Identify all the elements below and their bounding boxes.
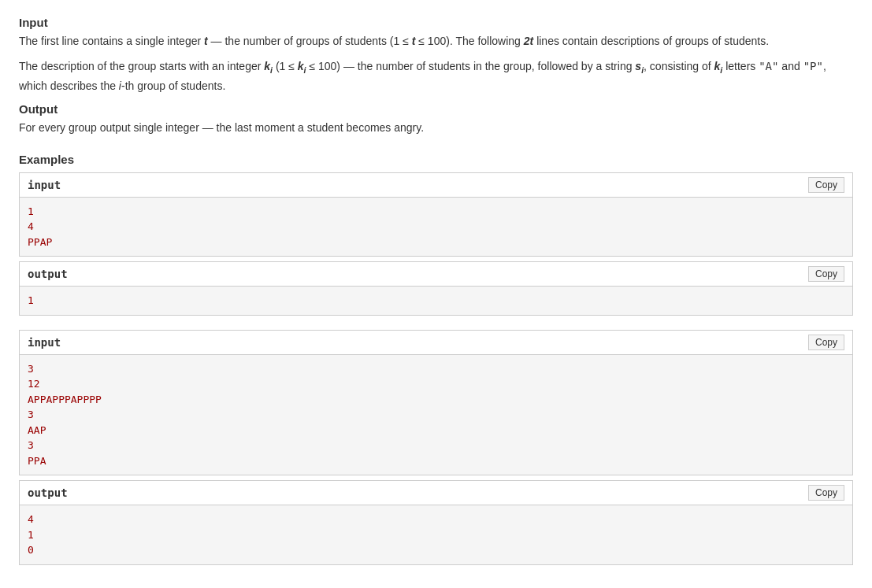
example2-output-header: output Copy [20, 481, 852, 505]
example1-input-label: input [28, 179, 61, 191]
example2-input-block: input Copy 3 12 APPAPPPAPPPP 3 AAP 3 PPA [19, 330, 853, 476]
example2-output-copy-button[interactable]: Copy [808, 485, 844, 501]
example1-input-copy-button[interactable]: Copy [808, 177, 844, 193]
output-section: Output For every group output single int… [19, 102, 853, 136]
example1-input-header: input Copy [20, 173, 852, 198]
t-var: t [204, 35, 208, 47]
list-item: AAP [28, 423, 844, 438]
example1-input-body: 1 4 PPAP [20, 198, 852, 257]
example2-output-block: output Copy 4 1 0 [19, 480, 853, 565]
list-item: 3 [28, 407, 844, 423]
examples-title: Examples [19, 153, 853, 166]
example1-output-body: 1 [20, 287, 852, 315]
input-para2: The description of the group starts with… [19, 57, 853, 94]
list-item: 4 [28, 512, 844, 527]
example2-input-body: 3 12 APPAPPPAPPPP 3 AAP 3 PPA [20, 355, 852, 475]
example1-output-header: output Copy [20, 262, 852, 287]
example1-output-label: output [28, 268, 68, 280]
examples-section: Examples input Copy 1 4 PPAP output Copy… [19, 153, 853, 565]
list-item: 1 [28, 293, 844, 309]
example2-input-header: input Copy [20, 331, 852, 355]
example2-input-label: input [28, 336, 61, 349]
list-item: 3 [28, 438, 844, 453]
example2-output-body: 4 1 0 [20, 505, 852, 564]
output-para: For every group output single integer — … [19, 119, 853, 136]
list-item: APPAPPPAPPPP [28, 392, 844, 408]
list-item: 1 [28, 527, 844, 543]
example1-output-copy-button[interactable]: Copy [808, 266, 844, 282]
output-title: Output [19, 102, 853, 116]
list-item: 3 [28, 361, 844, 377]
example2-output-label: output [28, 486, 68, 499]
list-item: 1 [28, 204, 844, 220]
example1-output-block: output Copy 1 [19, 261, 853, 316]
example-gap [19, 320, 853, 330]
list-item: PPAP [28, 235, 844, 250]
input-section: Input The first line contains a single i… [19, 16, 853, 94]
input-para1: The first line contains a single integer… [19, 32, 853, 50]
list-item: PPA [28, 453, 844, 469]
example1-input-block: input Copy 1 4 PPAP [19, 172, 853, 257]
example2-input-copy-button[interactable]: Copy [808, 335, 844, 350]
list-item: 12 [28, 376, 844, 392]
input-title: Input [19, 16, 853, 29]
list-item: 4 [28, 219, 844, 235]
list-item: 0 [28, 542, 844, 558]
